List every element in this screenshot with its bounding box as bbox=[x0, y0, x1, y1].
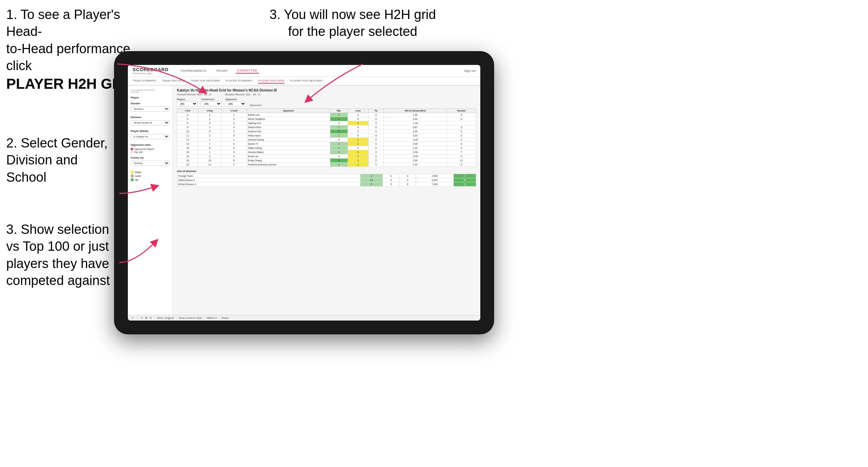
table-row: 11 2 5 Heejo Hyun 1 0 0 3.33 3 bbox=[177, 134, 476, 138]
cell-loss: 2 bbox=[348, 150, 368, 154]
cell-reg: 6 bbox=[198, 130, 221, 134]
ood-win: 5 bbox=[360, 182, 383, 187]
ood-loss: 0 bbox=[383, 178, 399, 182]
filter-opponent-select[interactable]: (All) bbox=[225, 101, 246, 106]
cell-rounds: 7 bbox=[447, 150, 476, 154]
toolbar-view-original[interactable]: View: Original bbox=[157, 316, 174, 320]
filter-row: Region (All) Conference (All) Opponent (… bbox=[177, 98, 476, 106]
player-rank-dropdown[interactable]: 8. Katelyn Vo bbox=[131, 134, 170, 139]
sub-nav-player-h2h-heatmap[interactable]: PLAYER H2H HEATMAP bbox=[290, 78, 323, 84]
filter-conference-select[interactable]: (All) bbox=[201, 101, 222, 106]
division-record: Division Record: 331 - 34 - 6 bbox=[225, 93, 260, 96]
col-diff: Diff Av Strokes/Rnd bbox=[384, 109, 447, 113]
cell-tie: 0 bbox=[368, 163, 384, 167]
toolbar-redo[interactable]: ↪ bbox=[141, 316, 143, 320]
opponent-view-label: Opponent view bbox=[131, 143, 170, 146]
cell-conf: 3 bbox=[221, 130, 247, 134]
cell-conf: 4 bbox=[221, 125, 247, 130]
cell-rounds: 4 bbox=[447, 146, 476, 150]
cell-diff: 3.33 bbox=[384, 134, 447, 138]
cell-loss: 0 bbox=[348, 117, 368, 121]
toolbar-undo[interactable]: ↩ bbox=[131, 316, 134, 320]
sub-nav-player-summary[interactable]: PLAYER SUMMARY bbox=[226, 78, 253, 84]
cell-div: 10 bbox=[177, 130, 198, 134]
cell-opponent: Eunice Yi bbox=[247, 142, 330, 146]
overall-record: Overall Record: 353 - 34 - 6 bbox=[177, 93, 211, 96]
cell-win: 1 bbox=[330, 146, 348, 150]
nav-committee[interactable]: COMMITTEE bbox=[236, 68, 259, 74]
cell-conf: 6 bbox=[221, 159, 247, 163]
cell-div: 16 bbox=[177, 150, 198, 154]
nav-teams[interactable]: TEAMS bbox=[215, 68, 229, 73]
cell-div: 20 bbox=[177, 163, 198, 167]
cell-opponent: Jessica Huang bbox=[247, 138, 330, 142]
cell-div: 18 bbox=[177, 154, 198, 159]
cell-tie: 0 bbox=[368, 125, 384, 130]
sub-nav-team-h2h-heatmap[interactable]: TEAM H2H HEATMAP bbox=[190, 78, 220, 84]
toolbar-save-custom[interactable]: Save Custom View bbox=[179, 316, 202, 320]
cell-opponent: Jessica Mason bbox=[247, 150, 330, 154]
table-title: Katelyn Vo Head-to-Head Grid for Women's… bbox=[177, 88, 476, 92]
radio-top-100[interactable]: Top 100 bbox=[131, 151, 170, 153]
cell-tie: 0 bbox=[368, 113, 384, 117]
toolbar-back[interactable]: ← bbox=[136, 316, 139, 320]
cell-div: 15 bbox=[177, 146, 198, 150]
filter-region-label: Region bbox=[177, 98, 198, 101]
sub-nav-player-h2h-grid[interactable]: PLAYER H2H GRID bbox=[258, 78, 284, 84]
cell-reg: 1 bbox=[198, 113, 221, 117]
colour-by-dropdown[interactable]: Win/loss bbox=[131, 161, 170, 166]
out-of-division-row: Foreign Team 1 0 0 4.500 2 bbox=[177, 174, 476, 178]
cell-win: 1 bbox=[330, 150, 348, 154]
cell-div: 6 bbox=[177, 121, 198, 125]
main-content: Last Updated: 27/03/202416:55:30 Player … bbox=[128, 86, 480, 315]
sub-nav-team-summary[interactable]: TEAM SUMMARY bbox=[133, 78, 157, 84]
instruction-top-right: 3. You will now see H2H gridfor the play… bbox=[270, 6, 436, 40]
filter-region-select[interactable]: (All) bbox=[177, 101, 198, 106]
cell-conf: 2 bbox=[221, 117, 247, 121]
nav-tournaments[interactable]: TOURNAMENTS bbox=[179, 68, 208, 73]
col-div: # Div bbox=[177, 109, 198, 113]
sub-nav-team-h2h-grid[interactable]: TEAM H2H GRID bbox=[162, 78, 185, 84]
toolbar-divider-1: | bbox=[154, 317, 155, 319]
toolbar-share[interactable]: Share bbox=[221, 316, 229, 320]
toolbar-divider-2: | bbox=[176, 317, 177, 319]
legend-down: Down bbox=[131, 171, 170, 174]
division-dropdown[interactable]: NCAA Division III bbox=[131, 120, 170, 125]
main-data-table: # Div # Reg # Conf Opponent Win Loss Tie… bbox=[177, 108, 476, 167]
table-row: 14 7 4 Eunice Yi 2 2 0 0.38 9 bbox=[177, 142, 476, 146]
toolbar-grid[interactable]: ⊞ bbox=[145, 316, 148, 320]
cell-opponent: Sharon Mun bbox=[247, 125, 330, 130]
out-of-division-table: Foreign Team 1 0 0 4.500 2 NAIA Division… bbox=[177, 174, 476, 187]
legend-dot-level bbox=[131, 174, 134, 178]
cell-conf: 1 bbox=[221, 138, 247, 142]
radio-opponents-played[interactable]: Opponents Played bbox=[131, 148, 170, 150]
panel-timestamp: Last Updated: 27/03/202416:55:30 bbox=[131, 89, 170, 93]
cell-tie: 0 bbox=[368, 159, 384, 163]
tablet-device: SCOREBOARD Powered by clippd TOURNAMENTS… bbox=[114, 51, 494, 334]
legend-up: Up bbox=[131, 178, 170, 181]
toolbar-watch[interactable]: Watch ▾ bbox=[207, 316, 217, 320]
cell-tie: 0 bbox=[368, 134, 384, 138]
sign-out[interactable]: Sign out bbox=[464, 69, 475, 73]
toolbar-more[interactable]: ⊙ bbox=[150, 316, 152, 320]
cell-div: 14 bbox=[177, 142, 198, 146]
ood-label: NAIA Division 1 bbox=[177, 178, 360, 182]
ood-rounds: 2 bbox=[453, 174, 476, 178]
cell-rounds: 9 bbox=[447, 142, 476, 146]
ood-diff: 9.267 bbox=[416, 178, 453, 182]
cell-win: 4 bbox=[330, 159, 348, 163]
cell-rounds: 2 bbox=[447, 154, 476, 159]
logo-text: SCOREBOARD bbox=[133, 67, 169, 72]
cell-loss: 0 bbox=[348, 146, 368, 150]
col-reg: # Reg bbox=[198, 109, 221, 113]
gender-dropdown[interactable]: Women's bbox=[131, 106, 170, 112]
app-header: SCOREBOARD Powered by clippd TOURNAMENTS… bbox=[128, 65, 480, 77]
cell-opponent: Emily Chang bbox=[247, 159, 330, 163]
instruction-mid-left: 2. Select Gender,Division andSchool bbox=[6, 135, 108, 186]
table-row: 15 8 5 Stella Cheng 1 0 0 1.25 4 bbox=[177, 146, 476, 150]
sub-navigation: TEAM SUMMARY TEAM H2H GRID TEAM H2H HEAT… bbox=[128, 77, 480, 86]
cell-loss: 0 bbox=[348, 125, 368, 130]
cell-opponent: Heejo Hyun bbox=[247, 134, 330, 138]
cell-opponent: Stella Cheng bbox=[247, 146, 330, 150]
cell-tie: 0 bbox=[368, 146, 384, 150]
